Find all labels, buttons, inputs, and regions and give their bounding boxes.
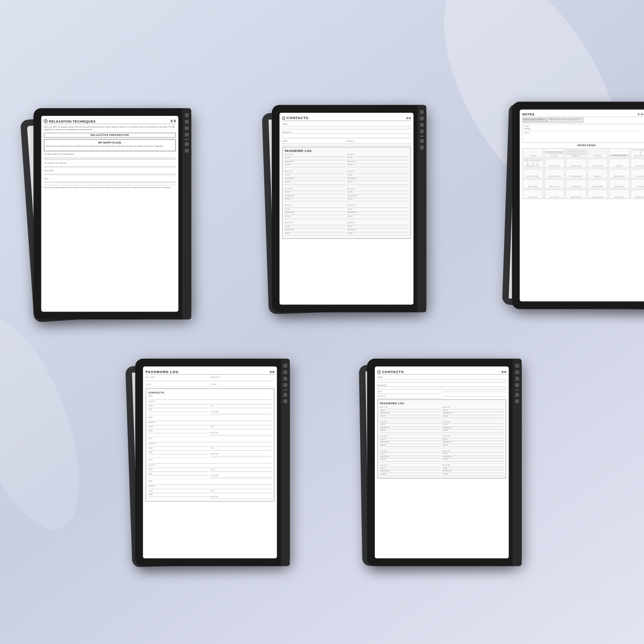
relax-device-main: RELAXATION TECHNIQUES Stress can affect … <box>33 108 191 320</box>
relax-prompt2: The sounds I can hear are: <box>44 161 176 164</box>
contact-sidebar <box>417 105 426 312</box>
notes-device-main: NOTES Work-life balance definition? Work… <box>512 102 644 309</box>
notes-pages-title: NOTES PAGES <box>522 144 644 147</box>
notes-title: NOTES <box>522 112 535 116</box>
relax-title: RELAXATION TECHNIQUES <box>49 119 96 123</box>
main-scene: RELAXATION TECHNIQUES Stress can affect … <box>0 0 644 644</box>
contact-device-main: CONTACTS NAME: ADDRESS: HOME: <box>272 105 427 312</box>
relax-body1: Stress can affect our physical, mental, … <box>44 126 176 131</box>
contacts-title-br: CONTACTS <box>382 369 404 373</box>
pwd-title-bottom: PASSWORD LOG <box>146 369 179 373</box>
relax-sidebar <box>182 108 191 320</box>
relax-prompt4: I feel: <box>44 177 176 180</box>
relax-prompt1: The place where I feel really happy: <box>44 153 176 156</box>
contact2-device-main: CONTACTS NAME: ADDRESS: EMAIL: <box>367 359 522 566</box>
relax-preparation: RELAXATION PREPARATION <box>44 133 176 138</box>
relax-body2: There are times in life when life does n… <box>46 146 174 148</box>
pwd-sidebar-bottom <box>281 359 290 566</box>
relax-prompt3: I can smell: <box>44 169 176 172</box>
relax-footer: Here you can vividly visualize yourself … <box>44 185 176 189</box>
contact2-sidebar <box>513 359 521 566</box>
relax-happy-place: MY HAPPY PLACE <box>46 141 174 144</box>
pwd-device-main-bottom: PASSWORD LOG ACCOUNT:ACCOUNT: LOGIN:LOGI… <box>135 359 290 566</box>
contact-title-top: CONTACTS <box>287 116 308 120</box>
